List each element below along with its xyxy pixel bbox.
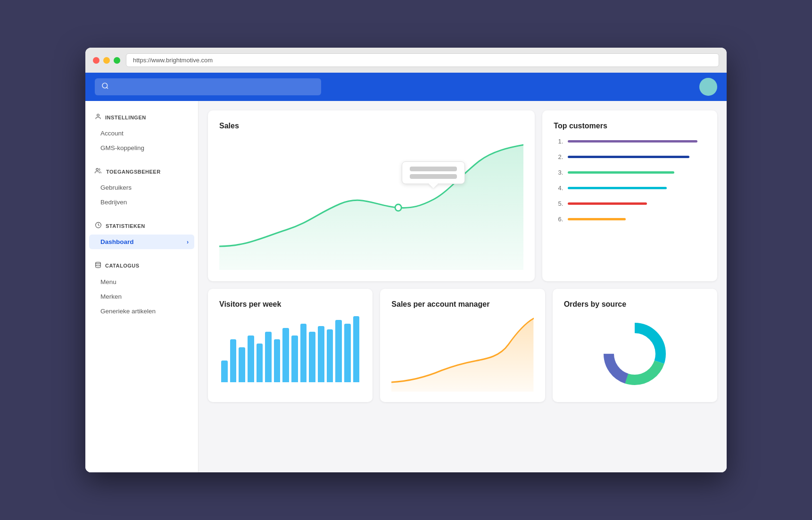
traffic-lights xyxy=(93,57,120,64)
visitor-bar xyxy=(309,332,315,382)
sidebar-section-catalogus: CATALOGUS Menu Merken Generieke artikele… xyxy=(85,259,198,319)
visitor-bar xyxy=(300,324,307,382)
svg-point-3 xyxy=(96,168,99,171)
customer-row: 4. xyxy=(554,185,706,192)
sidebar-item-bedrijven[interactable]: Bedrijven xyxy=(85,195,198,210)
customer-rank: 6. xyxy=(554,216,563,223)
orders-source-card: Orders by source xyxy=(553,289,717,402)
customer-bar xyxy=(568,202,647,205)
browser-window: https://www.brightmotive.com xyxy=(85,48,727,472)
top-customers-card: Top customers 1. 2. 3. 4. 5. 6. xyxy=(542,110,717,281)
customer-row: 1. xyxy=(554,138,706,145)
customer-row: 5. xyxy=(554,200,706,207)
svg-line-1 xyxy=(107,87,108,89)
customer-bar xyxy=(568,156,689,158)
orders-source-title: Orders by source xyxy=(564,300,706,309)
search-input[interactable] xyxy=(114,83,315,91)
sales-svg xyxy=(219,138,523,270)
sales-chart xyxy=(219,138,523,270)
chevron-right-icon: › xyxy=(187,239,189,245)
orders-donut-chart xyxy=(564,316,706,392)
customer-rank: 1. xyxy=(554,138,563,145)
visitor-bar xyxy=(248,335,254,382)
sidebar: INSTELLINGEN Account GMS-koppeling xyxy=(85,101,199,472)
close-button[interactable] xyxy=(93,57,99,64)
tooltip-line-1 xyxy=(410,167,457,171)
visitors-bar-chart xyxy=(219,316,361,382)
sales-manager-card: Sales per account manager xyxy=(380,289,545,402)
gauge-icon xyxy=(95,222,102,230)
sidebar-item-account[interactable]: Account xyxy=(85,126,198,141)
visitors-title: Visitors per week xyxy=(219,300,361,309)
sidebar-item-generieke[interactable]: Generieke artikelen xyxy=(85,304,198,319)
content-area: Sales xyxy=(199,101,727,472)
customer-rank: 3. xyxy=(554,169,563,176)
svg-point-10 xyxy=(615,334,655,374)
avatar[interactable] xyxy=(699,78,717,96)
sales-manager-svg xyxy=(391,316,533,392)
customers-list: 1. 2. 3. 4. 5. 6. xyxy=(554,138,706,223)
visitor-bar xyxy=(327,329,333,382)
main-content: INSTELLINGEN Account GMS-koppeling xyxy=(85,101,727,472)
visitors-card: Visitors per week xyxy=(208,289,373,402)
top-customers-title: Top customers xyxy=(554,122,706,130)
app-container: INSTELLINGEN Account GMS-koppeling xyxy=(85,73,727,472)
bottom-row: Visitors per week Sales per account mana… xyxy=(208,289,717,402)
customer-row: 3. xyxy=(554,169,706,176)
customer-rank: 5. xyxy=(554,200,563,207)
customer-bar xyxy=(568,218,626,220)
svg-point-2 xyxy=(97,114,99,117)
sales-title: Sales xyxy=(219,122,523,130)
address-bar[interactable]: https://www.brightmotive.com xyxy=(126,53,719,67)
customer-rank: 2. xyxy=(554,153,563,160)
customer-bar xyxy=(568,171,674,174)
section-header-catalogus: CATALOGUS xyxy=(85,259,198,273)
visitor-bar xyxy=(291,335,298,382)
sidebar-section-instellingen: INSTELLINGEN Account GMS-koppeling xyxy=(85,110,198,155)
visitor-bar xyxy=(274,339,281,382)
sidebar-item-gms[interactable]: GMS-koppeling xyxy=(85,141,198,155)
search-bar[interactable] xyxy=(95,78,321,95)
visitor-bar xyxy=(257,344,263,382)
svg-point-5 xyxy=(96,262,101,264)
section-title-toegangsbeheer: TOEGANGSBEHEER xyxy=(106,169,161,175)
section-title-instellingen: INSTELLINGEN xyxy=(105,115,146,120)
section-header-statistieken: STATISTIEKEN xyxy=(85,219,198,233)
sidebar-item-gebruikers[interactable]: Gebruikers xyxy=(85,180,198,195)
visitor-bar xyxy=(282,328,289,382)
browser-chrome: https://www.brightmotive.com xyxy=(85,48,727,73)
visitor-bar xyxy=(221,361,228,382)
section-title-statistieken: STATISTIEKEN xyxy=(106,223,145,229)
customer-bar xyxy=(568,140,697,143)
top-row: Sales xyxy=(208,110,717,281)
donut-svg xyxy=(597,316,672,392)
section-title-catalogus: CATALOGUS xyxy=(105,263,140,268)
sales-card: Sales xyxy=(208,110,535,281)
minimize-button[interactable] xyxy=(103,57,110,64)
visitor-bar xyxy=(230,339,237,382)
visitor-bar xyxy=(265,332,272,382)
customer-row: 6. xyxy=(554,216,706,223)
sidebar-item-menu[interactable]: Menu xyxy=(85,275,198,289)
sales-manager-title: Sales per account manager xyxy=(391,300,533,309)
sidebar-section-toegangsbeheer: TOEGANGSBEHEER Gebruikers Bedrijven xyxy=(85,165,198,210)
customer-row: 2. xyxy=(554,153,706,160)
chart-tooltip xyxy=(402,161,465,184)
section-header-toegangsbeheer: TOEGANGSBEHEER xyxy=(85,165,198,178)
sidebar-item-dashboard[interactable]: Dashboard › xyxy=(89,235,194,249)
sales-manager-chart xyxy=(391,316,533,392)
section-header-instellingen: INSTELLINGEN xyxy=(85,110,198,124)
customer-rank: 4. xyxy=(554,185,563,192)
people-icon xyxy=(95,168,102,176)
visitor-bar xyxy=(344,324,351,382)
svg-point-6 xyxy=(395,204,401,211)
visitor-bar xyxy=(239,347,245,382)
visitor-bar xyxy=(318,326,324,382)
sidebar-item-merken[interactable]: Merken xyxy=(85,289,198,304)
maximize-button[interactable] xyxy=(114,57,120,64)
visitor-bar xyxy=(335,320,342,382)
tooltip-line-2 xyxy=(410,174,457,179)
person-icon xyxy=(95,113,101,121)
search-icon xyxy=(101,82,109,92)
tooltip-arrow xyxy=(429,184,438,188)
